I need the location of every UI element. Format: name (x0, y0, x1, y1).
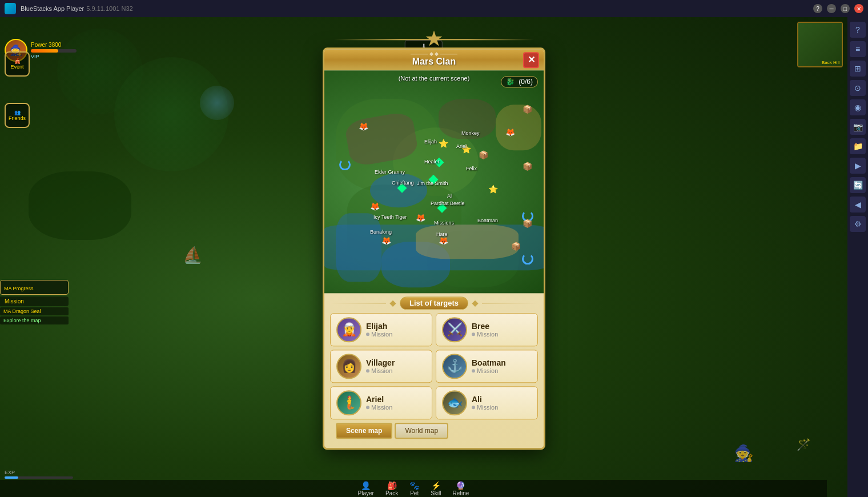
sidebar-icon-5[interactable]: ◉ (850, 99, 866, 115)
hud-refine[interactable]: 🔮 Refine (453, 481, 469, 496)
help-button[interactable]: ? (813, 4, 822, 13)
header-deco-diamond-2 (435, 52, 439, 56)
sidebar-icon-11[interactable]: ⚙ (850, 216, 866, 232)
enemy-8: 🦊 (381, 236, 391, 245)
targets-header-diamond-1 (389, 300, 396, 306)
minimap[interactable]: Back Hill (797, 22, 843, 67)
left-hud: 🎪 Event 👥 Friends (5, 51, 30, 128)
event-button[interactable]: 🎪 Event (5, 51, 30, 77)
target-elijah[interactable]: 🧝 Elijah Mission (330, 313, 432, 346)
player-label: Player (358, 490, 374, 496)
hud-pet[interactable]: 🐾 Pet (409, 481, 419, 496)
target-bree[interactable]: ⚔️ Bree Mission (436, 313, 538, 346)
header-deco-diamond-1 (429, 52, 433, 56)
enemy-1: 🦊 (359, 122, 368, 131)
power-bar (31, 49, 77, 53)
counter-value: (0/6) (519, 78, 533, 86)
refine-label: Refine (453, 490, 469, 496)
ma-progress[interactable]: MA Progress (0, 280, 69, 295)
target-villager[interactable]: 👩 Villager Mission (330, 350, 432, 383)
target-name-elijah: Elijah (366, 322, 426, 331)
event-icon: 🎪 (14, 58, 21, 64)
hud-skill[interactable]: ⚡ Skill (431, 481, 441, 496)
app-version: 5.9.11.1001 N32 (86, 5, 132, 12)
hud-player[interactable]: 👤 Player (358, 481, 374, 496)
header-deco-line-left (411, 54, 428, 54)
dialog-box: Mars Clan ✕ (Not at the current scene) 🐉… (323, 47, 545, 450)
scene-map-button[interactable]: Scene map (336, 423, 392, 439)
enemy-6: 🦊 (416, 213, 425, 222)
power-fill (31, 49, 58, 53)
pet-label: Pet (409, 490, 419, 496)
role-label-ariel: Mission (371, 404, 392, 411)
sidebar-icon-8[interactable]: ▶ (850, 158, 866, 174)
sidebar-icon-6[interactable]: 📷 (850, 119, 866, 135)
dragon-seal-label: MA Dragon Seal (3, 308, 41, 314)
chest-1[interactable]: 📦 (523, 105, 532, 114)
role-dot-boatman (472, 369, 475, 372)
role-dot-villager (366, 369, 369, 372)
portal-1[interactable] (339, 159, 351, 170)
hud-pack[interactable]: 🎒 Pack (385, 481, 398, 496)
enemy-5: 🦊 (370, 202, 380, 211)
target-info-ali: Ali Mission (472, 395, 532, 411)
close-button[interactable]: ✕ (854, 4, 863, 13)
role-dot-ali (472, 406, 475, 409)
player-stats: Power 3800 VIP (31, 42, 77, 59)
role-dot-elijah (366, 332, 369, 336)
skill-label: Skill (431, 490, 441, 496)
targets-header-line-right (482, 303, 538, 303)
exp-label: EXP (5, 470, 15, 475)
sidebar-icon-3[interactable]: ⊞ (850, 61, 866, 77)
targets-header-title: List of targets (400, 296, 468, 310)
sidebar-icon-4[interactable]: ⊙ (850, 80, 866, 96)
mission-label: Mission (5, 298, 24, 304)
targets-header-diamond-2 (472, 300, 478, 306)
portal-3[interactable] (522, 253, 533, 264)
power-label: Power 3800 (31, 42, 77, 48)
target-ariel[interactable]: 🧜 Ariel Mission (330, 386, 432, 419)
target-avatar-ali: 🐟 (442, 390, 467, 415)
map-marker-bunalong: Bunalong (370, 229, 392, 235)
sand-2 (496, 105, 541, 150)
exp-bar-container: EXP (5, 466, 73, 479)
maximize-button[interactable]: □ (841, 4, 850, 13)
role-dot-ariel (366, 406, 369, 409)
sidebar-icon-1[interactable]: ? (850, 22, 866, 38)
target-role-boatman: Mission (472, 367, 532, 374)
minimize-button[interactable]: ─ (827, 4, 836, 13)
right-sidebar: ? ≡ ⊞ ⊙ ◉ 📷 📁 ▶ 🔄 ◀ ⚙ (847, 17, 868, 497)
header-deco-line-right (440, 54, 457, 54)
chest-4[interactable]: 📦 (523, 219, 532, 228)
target-info-ariel: Ariel Mission (366, 395, 426, 411)
chest-2[interactable]: 📦 (479, 150, 488, 159)
targets-header: List of targets (330, 293, 538, 313)
sidebar-icon-7[interactable]: 📁 (850, 138, 866, 154)
skill-icon: ⚡ (431, 481, 441, 490)
sidebar-icon-9[interactable]: 🔄 (850, 177, 866, 193)
sidebar-icon-10[interactable]: ◀ (850, 197, 866, 213)
target-role-villager: Mission (366, 367, 426, 374)
target-role-ariel: Mission (366, 404, 426, 411)
enemy-3: ⭐ (439, 139, 448, 148)
map-marker-felix: Felix (466, 166, 477, 171)
sidebar-icon-2[interactable]: ≡ (850, 41, 866, 57)
sand-1 (416, 225, 519, 259)
explore-map[interactable]: Explore the map (0, 316, 69, 324)
target-role-ali: Mission (472, 404, 532, 411)
friends-icon: 👥 (14, 110, 21, 115)
map-marker-missions: Missions (434, 220, 454, 226)
pet-icon: 🐾 (409, 481, 419, 490)
map-area[interactable]: (Not at the current scene) 🐉 (0/6) (324, 70, 544, 293)
target-ali[interactable]: 🐟 Ali Mission (436, 386, 538, 419)
chest-3[interactable]: 📦 (523, 162, 532, 171)
mission-tab[interactable]: Mission (0, 296, 69, 306)
dialog-gear-icon (425, 30, 443, 47)
target-boatman[interactable]: ⚓ Boatman Mission (436, 350, 538, 383)
dialog-close-button[interactable]: ✕ (523, 52, 539, 68)
world-map-button[interactable]: World map (395, 423, 448, 439)
bottom-buttons: Scene map World map (330, 419, 538, 443)
dragon-seal[interactable]: MA Dragon Seal (0, 307, 69, 315)
chest-5[interactable]: 📦 (511, 242, 521, 251)
friends-button[interactable]: 👥 Friends (5, 103, 30, 128)
